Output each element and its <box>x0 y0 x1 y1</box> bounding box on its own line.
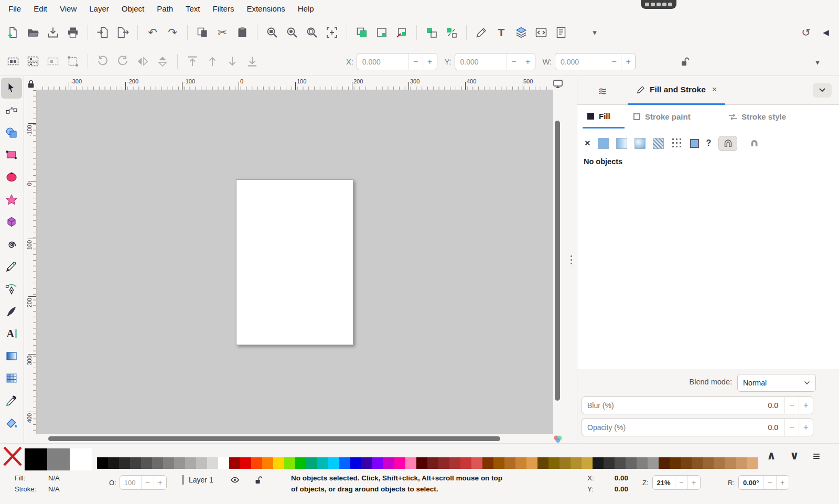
opacity-spin-minus[interactable]: − <box>784 419 799 436</box>
palette-swatch[interactable] <box>703 457 714 469</box>
text-dialog-button[interactable]: T <box>491 23 511 42</box>
objects-dock-tab[interactable]: ≋ <box>592 81 613 100</box>
blend-mode-dropdown[interactable]: Normal <box>737 374 816 392</box>
rotate-ccw-button[interactable] <box>93 51 113 71</box>
rotation-entry[interactable]: 0.00° − + <box>738 475 789 490</box>
palette-swatch[interactable] <box>526 457 537 469</box>
w-spin-minus[interactable]: − <box>607 53 621 70</box>
palette-swatch[interactable] <box>361 457 372 469</box>
menu-extensions[interactable]: Extensions <box>240 1 291 16</box>
palette-swatch[interactable] <box>394 457 405 469</box>
palette-swatch-large[interactable] <box>25 448 47 470</box>
paste-button[interactable] <box>232 23 252 42</box>
y-spin-minus[interactable]: − <box>507 53 521 70</box>
palette-swatch[interactable] <box>284 457 295 469</box>
fill-stroke-dialog-button[interactable] <box>471 23 491 42</box>
paint-linear-gradient-button[interactable] <box>616 138 627 149</box>
select-all-layers-button[interactable] <box>23 51 43 71</box>
raise-to-top-button[interactable] <box>182 51 202 71</box>
fill-stroke-dock-tab[interactable]: Fill and Stroke × <box>628 76 725 105</box>
undo-button[interactable]: ↶ <box>143 23 163 42</box>
palette-swatch[interactable] <box>504 457 515 469</box>
palette-swatch[interactable] <box>152 457 163 469</box>
cms-display-toggle-button[interactable] <box>552 78 564 90</box>
pencil-tool[interactable] <box>1 256 22 277</box>
palette-swatch[interactable] <box>736 457 747 469</box>
paint-bucket-tool[interactable] <box>1 413 22 434</box>
mesh-gradient-tool[interactable] <box>1 368 22 389</box>
create-clone-button[interactable] <box>372 23 392 42</box>
guide-lock-button[interactable] <box>25 78 37 90</box>
paint-swatch-button[interactable] <box>690 139 699 148</box>
palette-swatch[interactable] <box>372 457 383 469</box>
paint-mesh-gradient-button[interactable] <box>671 137 683 149</box>
ellipse-tool[interactable] <box>1 167 22 188</box>
palette-swatch[interactable] <box>593 457 604 469</box>
palette-swatch[interactable] <box>582 457 593 469</box>
palette-swatch[interactable] <box>295 457 306 469</box>
zoom-spin-minus[interactable]: − <box>675 476 687 489</box>
selection-bbox-button[interactable] <box>63 51 83 71</box>
palette-swatch[interactable] <box>251 457 262 469</box>
zoom-center-page-button[interactable] <box>322 23 342 42</box>
palette-swatch[interactable] <box>604 457 615 469</box>
palette-swatch[interactable] <box>207 457 218 469</box>
rotation-value[interactable]: 0.00° <box>739 479 763 487</box>
palette-swatch[interactable] <box>515 457 526 469</box>
xml-editor-button[interactable] <box>531 23 551 42</box>
palette-swatch[interactable] <box>471 457 482 469</box>
vertical-scrollbar-thumb[interactable] <box>555 121 560 401</box>
rotation-spin-plus[interactable]: + <box>776 476 789 489</box>
layer-visibility-toggle[interactable] <box>230 476 240 484</box>
dock-collapse-button[interactable] <box>813 83 832 98</box>
palette-swatch[interactable] <box>560 457 571 469</box>
w-spin-plus[interactable]: + <box>621 53 635 70</box>
palette-swatch[interactable] <box>548 457 560 469</box>
flip-vertical-button[interactable] <box>153 51 173 71</box>
blur-value[interactable]: 0.0 <box>762 401 784 410</box>
zoom-selection-button[interactable] <box>262 23 282 42</box>
print-button[interactable] <box>63 23 83 42</box>
menu-edit[interactable]: Edit <box>27 1 53 16</box>
palette-swatch[interactable] <box>659 457 670 469</box>
menu-view[interactable]: View <box>53 1 83 16</box>
current-layer-name[interactable]: Layer 1 <box>189 476 213 484</box>
lock-ratio-button[interactable] <box>675 52 695 72</box>
zoom-spin-plus[interactable]: + <box>687 476 700 489</box>
no-color-swatch[interactable] <box>2 445 23 467</box>
tab-fill[interactable]: Fill <box>583 105 625 128</box>
palette-swatch[interactable] <box>460 457 471 469</box>
opacity-value[interactable]: 0.0 <box>762 423 784 432</box>
snap-bar-collapse-button[interactable]: ◀ <box>816 23 836 42</box>
palette-swatch[interactable] <box>493 457 504 469</box>
menu-filters[interactable]: Filters <box>207 1 241 16</box>
rotation-spin-minus[interactable]: − <box>763 476 776 489</box>
opacity-spin-plus[interactable]: + <box>154 476 166 489</box>
menu-object[interactable]: Object <box>115 1 150 16</box>
opacity-spin-minus[interactable]: − <box>141 476 154 489</box>
palette-swatch[interactable] <box>130 457 141 469</box>
palette-swatch[interactable] <box>725 457 736 469</box>
y-spin-plus[interactable]: + <box>521 53 535 70</box>
palette-swatch[interactable] <box>262 457 273 469</box>
palette-swatch[interactable] <box>438 457 449 469</box>
flip-horizontal-button[interactable] <box>133 51 153 71</box>
document-properties-button[interactable] <box>551 23 571 42</box>
group-button[interactable] <box>422 23 442 42</box>
redo-button[interactable]: ↷ <box>163 23 182 42</box>
lower-button[interactable] <box>222 51 242 71</box>
menu-layer[interactable]: Layer <box>83 1 115 16</box>
rotate-cw-button[interactable] <box>113 51 133 71</box>
star-tool[interactable] <box>1 189 22 210</box>
opacity-spin-plus[interactable]: + <box>799 419 813 436</box>
palette-swatch[interactable] <box>692 457 703 469</box>
dropper-tool[interactable] <box>1 390 22 411</box>
save-document-button[interactable] <box>43 23 63 42</box>
w-entry[interactable]: 0.000 − + <box>555 53 636 70</box>
palette-swatch[interactable] <box>141 457 152 469</box>
new-document-button[interactable] <box>3 23 23 42</box>
ungroup-button[interactable] <box>442 23 461 42</box>
toolbar-overflow-button[interactable]: ▾ <box>585 23 605 42</box>
zoom-value[interactable]: 21% <box>653 479 675 487</box>
shape-builder-tool[interactable] <box>1 122 22 143</box>
